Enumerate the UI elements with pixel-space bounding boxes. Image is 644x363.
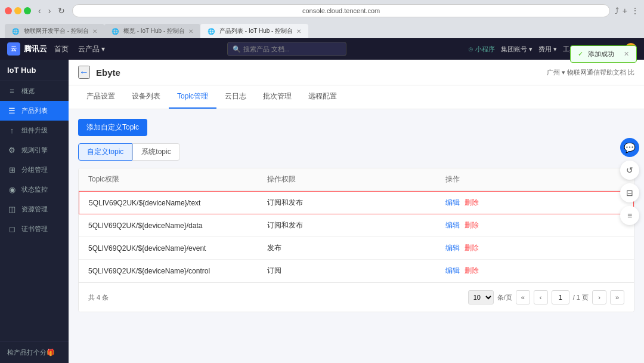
tab-device-list[interactable]: 设备列表 xyxy=(123,85,169,109)
cell-topic-0: 5QLIV69Q2UK/${deviceName}/text xyxy=(89,199,267,207)
page-number-input[interactable] xyxy=(552,290,569,304)
new-tab-button[interactable]: + xyxy=(623,6,627,16)
tab-product-settings[interactable]: 产品设置 xyxy=(78,85,123,109)
sidebar-item-certs[interactable]: ◻ 证书管理 xyxy=(0,219,69,239)
add-topic-button[interactable]: 添加自定义Topic xyxy=(78,119,147,136)
chat-float-button[interactable]: 💬 xyxy=(620,138,639,157)
app-logo: 云 腾讯云 xyxy=(7,42,47,56)
float-buttons: 💬 ↺ ⊟ ≡ xyxy=(620,138,639,225)
sidebar-item-components-label: 组件升级 xyxy=(21,126,48,135)
nav-reload-button[interactable]: ↻ xyxy=(55,5,67,17)
delete-link-3[interactable]: 删除 xyxy=(465,266,479,276)
tab-cloud-logs[interactable]: 云日志 xyxy=(216,85,255,109)
share-button[interactable]: ⤴ xyxy=(615,6,619,16)
delete-link-1[interactable]: 删除 xyxy=(465,220,479,230)
address-bar[interactable]: console.cloud.tencent.com xyxy=(72,4,609,17)
topic-table: Topic权限 操作权限 操作 5QLIV69Q2UK/${deviceName… xyxy=(78,168,634,312)
sidebar-bottom-link[interactable]: 检产品打个分🎁 xyxy=(0,342,69,363)
delete-link-2[interactable]: 删除 xyxy=(465,243,479,253)
products-icon: ☰ xyxy=(7,106,17,115)
window-controls xyxy=(5,7,31,14)
tab-0-close[interactable]: ✕ xyxy=(92,28,97,35)
sidebar-item-components[interactable]: ↑ 组件升级 xyxy=(0,121,69,140)
delete-link-0[interactable]: 删除 xyxy=(465,198,479,208)
back-button[interactable]: ← xyxy=(78,66,90,79)
sidebar-item-resources[interactable]: ◫ 资源管理 xyxy=(0,199,69,219)
certs-icon: ◻ xyxy=(7,224,17,233)
edit-link-1[interactable]: 编辑 xyxy=(445,220,460,230)
cell-actions-0: 编辑 删除 xyxy=(445,198,624,208)
nav-forward-button[interactable]: › xyxy=(46,5,54,17)
search-box[interactable]: 🔍 搜索产品 文档... xyxy=(227,42,346,56)
tab-batch-management[interactable]: 批次管理 xyxy=(255,85,300,109)
tool-group[interactable]: 集团账号 ▾ xyxy=(501,45,532,54)
sidebar-item-rules-label: 规则引擎 xyxy=(21,146,48,155)
total-count: 共 4 条 xyxy=(88,293,109,302)
tab-1-close[interactable]: ✕ xyxy=(188,28,193,35)
logo-icon: 云 xyxy=(7,42,20,56)
main-layout: IoT Hub ≡ 概览 ☰ 产品列表 ↑ 组件升级 ⚙ 规则引擎 ⊞ 分组管理… xyxy=(0,60,644,363)
tab-0-label: 物联网开发平台 - 控制台 xyxy=(24,27,89,35)
cell-permission-2: 发布 xyxy=(267,243,446,253)
overview-icon: ≡ xyxy=(7,87,17,96)
next-page-button[interactable]: › xyxy=(592,290,606,304)
table-row: 5QLIV69Q2UK/${deviceName}/data 订阅和发布 编辑 … xyxy=(79,214,634,237)
sub-tab-custom[interactable]: 自定义topic xyxy=(78,143,132,161)
last-page-button[interactable]: » xyxy=(610,290,624,304)
search-placeholder: 搜索产品 文档... xyxy=(243,45,290,54)
inner-tabs: 产品设置 设备列表 Topic管理 云日志 批次管理 远程配置 xyxy=(69,85,644,109)
grid-float-button[interactable]: ⊟ xyxy=(620,183,639,202)
sidebar-item-products[interactable]: ☰ 产品列表 xyxy=(0,101,69,121)
resources-icon: ◫ xyxy=(7,205,17,214)
browser-nav: ‹ › ↻ xyxy=(36,5,67,17)
table-header: Topic权限 操作权限 操作 xyxy=(79,168,634,191)
tab-1[interactable]: 🌐 概览 - IoT Hub - 控制台 ✕ xyxy=(104,24,200,38)
col-header-actions: 操作 xyxy=(445,174,624,184)
window-minimize[interactable] xyxy=(14,7,21,14)
sidebar-item-rules[interactable]: ⚙ 规则引擎 xyxy=(0,140,69,160)
sidebar-item-groups[interactable]: ⊞ 分组管理 xyxy=(0,160,69,180)
prev-page-button[interactable]: ‹ xyxy=(534,290,548,304)
page-size-select[interactable]: 10 20 50 xyxy=(468,290,494,304)
tab-2-close[interactable]: ✕ xyxy=(296,28,301,35)
table-row: 5QLIV69Q2UK/${deviceName}/text 订阅和发布 编辑 … xyxy=(79,191,634,214)
tab-topic-management[interactable]: Topic管理 xyxy=(169,85,216,109)
page-size-unit: 条/页 xyxy=(497,293,512,302)
cell-actions-3: 编辑 删除 xyxy=(445,266,624,276)
menu-button[interactable]: ⋮ xyxy=(631,6,639,16)
edit-link-0[interactable]: 编辑 xyxy=(445,198,460,208)
cell-permission-1: 订阅和发布 xyxy=(267,220,446,230)
tool-fee[interactable]: 费用 ▾ xyxy=(538,45,557,54)
nav-back-button[interactable]: ‹ xyxy=(36,5,44,17)
sidebar-item-overview[interactable]: ≡ 概览 xyxy=(0,81,69,101)
tool-miniprogram[interactable]: ⊙ 小程序 xyxy=(468,45,495,54)
table-row: 5QLIV69Q2UK/${deviceName}/event 发布 编辑 删除 xyxy=(79,237,634,260)
edit-link-2[interactable]: 编辑 xyxy=(445,243,460,253)
first-page-button[interactable]: « xyxy=(516,290,530,304)
browser-tabs: 🌐 物联网开发平台 - 控制台 ✕ 🌐 概览 - IoT Hub - 控制台 ✕… xyxy=(0,21,644,38)
cell-permission-0: 订阅和发布 xyxy=(267,198,445,208)
page-content: 添加自定义Topic 自定义topic 系统topic Topic权限 操作权限… xyxy=(69,109,644,322)
tab-2[interactable]: 🌐 产品列表 - IoT Hub - 控制台 ✕ xyxy=(200,24,308,38)
nav-home[interactable]: 首页 xyxy=(54,44,69,54)
browser-chrome: ‹ › ↻ console.cloud.tencent.com ⤴ + ⋮ xyxy=(0,0,644,21)
sidebar-item-monitor[interactable]: ◉ 状态监控 xyxy=(0,180,69,199)
refresh-float-button[interactable]: ↺ xyxy=(620,161,639,180)
logo-text: 腾讯云 xyxy=(24,44,47,54)
menu-float-button[interactable]: ≡ xyxy=(620,206,639,225)
rules-icon: ⚙ xyxy=(7,146,17,155)
page-title: Ebyte xyxy=(96,67,120,78)
content-area: ✓ 添加成功 ✕ ← Ebyte 广州 ▾ 物联网通信帮助文档 比 产品设置 设… xyxy=(69,60,644,363)
sub-tab-system[interactable]: 系统topic xyxy=(132,143,179,161)
edit-link-3[interactable]: 编辑 xyxy=(445,266,460,276)
tab-0[interactable]: 🌐 物联网开发平台 - 控制台 ✕ xyxy=(5,24,104,38)
window-maximize[interactable] xyxy=(24,7,31,14)
window-close[interactable] xyxy=(5,7,12,14)
cell-topic-2: 5QLIV69Q2UK/${deviceName}/event xyxy=(88,244,267,253)
cell-permission-3: 订阅 xyxy=(267,266,446,276)
nav-products[interactable]: 云产品 ▾ xyxy=(78,44,105,54)
tab-remote-config[interactable]: 远程配置 xyxy=(300,85,345,109)
app-header: 云 腾讯云 首页 云产品 ▾ 🔍 搜索产品 文档... ⊙ 小程序 集团账号 ▾… xyxy=(0,38,644,60)
col-header-permission: 操作权限 xyxy=(267,174,446,184)
components-icon: ↑ xyxy=(7,126,17,135)
